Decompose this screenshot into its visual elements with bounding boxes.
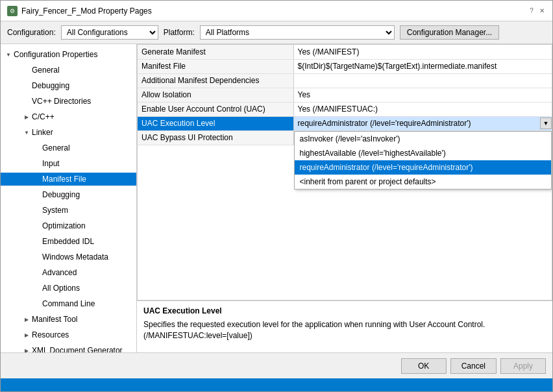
title-bar-left: ⚙ Fairy_Fencer_F_Mod Property Pages [7, 6, 152, 16]
property-row-manifest-file[interactable]: Manifest File $(IntDir)$(TargetName)$(Ta… [138, 59, 552, 73]
prop-label-enable-uac: Enable User Account Control (UAC) [138, 102, 293, 116]
toolbar: Configuration: All Configurations Platfo… [1, 21, 552, 44]
info-title: UAC Execution Level [143, 306, 546, 315]
sidebar-item-cpp[interactable]: ▶ C/C++ [1, 109, 136, 125]
property-row-generate-manifest[interactable]: Generate Manifest Yes (/MANIFEST) [138, 45, 552, 59]
property-row-enable-uac[interactable]: Enable User Account Control (UAC) Yes (/… [138, 102, 552, 116]
property-row-uac-execution-level[interactable]: UAC Execution Level requireAdministrator… [138, 116, 552, 130]
prop-label-additional-manifest-deps: Additional Manifest Dependencies [138, 73, 293, 88]
property-grid: Generate Manifest Yes (/MANIFEST) Manife… [137, 44, 552, 300]
sidebar-item-system[interactable]: System [1, 202, 136, 218]
sidebar-item-command-line[interactable]: Command Line [1, 296, 136, 312]
prop-value-generate-manifest: Yes (/MANIFEST) [293, 45, 552, 59]
sidebar-item-advanced[interactable]: Advanced [1, 265, 136, 280]
sidebar-item-vcpp-directories[interactable]: VC++ Directories [1, 93, 136, 109]
config-label: Configuration: [7, 28, 56, 37]
platform-label: Platform: [164, 28, 195, 37]
uac-dropdown-popup: asInvoker (/level='asInvoker') highestAv… [294, 131, 552, 190]
sidebar-item-windows-metadata[interactable]: Windows Metadata [1, 249, 136, 265]
prop-value-enable-uac: Yes (/MANIFESTUAC:) [293, 102, 552, 116]
main-content: ▼ Configuration Properties General Debug… [1, 44, 552, 352]
bottom-bar: OK Cancel Apply [1, 352, 552, 378]
window-icon: ⚙ [7, 6, 18, 16]
prop-label-uac-execution-level: UAC Execution Level [138, 116, 293, 130]
info-panel: UAC Execution Level Specifies the reques… [137, 300, 552, 352]
title-bar: ⚙ Fairy_Fencer_F_Mod Property Pages ? ✕ [1, 1, 552, 21]
sidebar-item-optimization[interactable]: Optimization [1, 218, 136, 234]
prop-label-manifest-file: Manifest File [138, 59, 293, 73]
content-area: Generate Manifest Yes (/MANIFEST) Manife… [137, 44, 552, 352]
sidebar-item-general[interactable]: General [1, 62, 136, 78]
cancel-button[interactable]: Cancel [450, 358, 497, 374]
uac-dropdown[interactable]: requireAdministrator (/level='requireAdm… [294, 117, 552, 129]
title-controls: ? ✕ [528, 7, 546, 15]
prop-value-additional-manifest-deps [293, 73, 552, 88]
sidebar-item-linker[interactable]: ▼ Linker [1, 125, 136, 140]
prop-value-uac-execution-level: requireAdministrator (/level='requireAdm… [293, 116, 552, 130]
expand-icon: ▼ [3, 52, 14, 58]
sidebar-item-resources[interactable]: ▶ Resources [1, 327, 136, 343]
property-row-allow-isolation[interactable]: Allow Isolation Yes [138, 88, 552, 102]
config-select[interactable]: All Configurations [61, 25, 158, 40]
dropdown-option-require-admin[interactable]: requireAdministrator (/level='requireAdm… [295, 160, 552, 175]
close-button[interactable]: ✕ [538, 7, 546, 15]
dropdown-option-as-invoker[interactable]: asInvoker (/level='asInvoker') [295, 132, 552, 146]
prop-label-uac-bypass-ui: UAC Bypass UI Protection [138, 130, 293, 145]
platform-select[interactable]: All Platforms [200, 25, 395, 40]
sidebar-item-all-options[interactable]: All Options [1, 280, 136, 296]
sidebar-item-xml-document-generator[interactable]: ▶ XML Document Generator [1, 343, 136, 352]
uac-dropdown-arrow[interactable]: ▼ [540, 117, 552, 129]
help-button[interactable]: ? [528, 7, 535, 15]
apply-button[interactable]: Apply [500, 358, 546, 374]
prop-label-allow-isolation: Allow Isolation [138, 88, 293, 102]
sidebar-item-linker-input[interactable]: Input [1, 156, 136, 171]
sidebar-item-configuration-properties[interactable]: ▼ Configuration Properties [1, 47, 136, 62]
dropdown-option-inherit[interactable]: <inherit from parent or project defaults… [295, 175, 552, 189]
sidebar-item-linker-general[interactable]: General [1, 140, 136, 156]
sidebar-item-manifest-file[interactable]: Manifest File [1, 171, 136, 187]
sidebar-item-embedded-idl[interactable]: Embedded IDL [1, 234, 136, 249]
sidebar-item-debugging[interactable]: Debugging [1, 78, 136, 93]
property-table: Generate Manifest Yes (/MANIFEST) Manife… [138, 45, 552, 145]
property-row-additional-manifest-deps[interactable]: Additional Manifest Dependencies [138, 73, 552, 88]
uac-dropdown-value: requireAdministrator (/level='requireAdm… [294, 117, 541, 129]
ok-button[interactable]: OK [401, 358, 447, 374]
status-bar [1, 378, 552, 391]
info-description: Specifies the requested execution level … [143, 319, 546, 341]
sidebar-item-manifest-tool[interactable]: ▶ Manifest Tool [1, 312, 136, 327]
sidebar: ▼ Configuration Properties General Debug… [1, 44, 137, 352]
property-pages-window: ⚙ Fairy_Fencer_F_Mod Property Pages ? ✕ … [0, 0, 553, 392]
prop-value-allow-isolation: Yes [293, 88, 552, 102]
sidebar-item-debugging2[interactable]: Debugging [1, 187, 136, 202]
config-manager-button[interactable]: Configuration Manager... [400, 25, 499, 40]
window-title: Fairy_Fencer_F_Mod Property Pages [21, 6, 152, 16]
prop-label-generate-manifest: Generate Manifest [138, 45, 293, 59]
prop-value-manifest-file: $(IntDir)$(TargetName)$(TargetExt).inter… [293, 59, 552, 73]
dropdown-option-highest-available[interactable]: highestAvailable (/level='highestAvailab… [295, 146, 552, 160]
